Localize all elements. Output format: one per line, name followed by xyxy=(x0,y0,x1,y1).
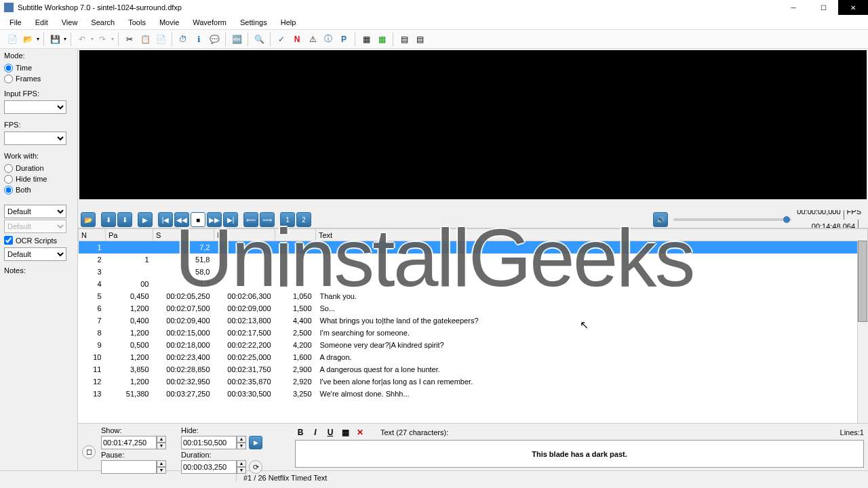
radio-time[interactable] xyxy=(4,64,13,73)
mark-out-button[interactable]: ⟹ xyxy=(260,212,275,227)
sync1-button[interactable]: 1 xyxy=(280,212,295,227)
pause-input[interactable] xyxy=(101,460,157,474)
new-icon[interactable]: 📄 xyxy=(5,33,19,46)
next-mark-button[interactable]: ⬇ xyxy=(117,212,132,227)
col-hide[interactable]: H xyxy=(214,229,275,241)
apply-dur-button[interactable]: ⟳ xyxy=(249,460,262,474)
table-row[interactable]: 1351,38000:03:27,25000:03:30,5003,250We'… xyxy=(79,388,868,400)
radio-duration[interactable] xyxy=(4,164,13,173)
p-icon[interactable]: P xyxy=(337,33,351,46)
table-row[interactable]: 121,20000:02:32,95000:02:35,8702,920I've… xyxy=(79,375,868,388)
timeline[interactable] xyxy=(79,201,867,210)
lock-show-button[interactable]: ◻ xyxy=(82,445,96,459)
table-row[interactable]: 358,0 xyxy=(79,266,868,278)
list1-icon[interactable]: ▤ xyxy=(397,33,411,46)
radio-frames[interactable] xyxy=(4,75,13,83)
subtitle-grid[interactable]: N Pa S H Text 17,22151,8358,040001,750,4… xyxy=(78,228,868,423)
paste-icon[interactable]: 📄 xyxy=(154,33,167,46)
menu-settings[interactable]: Settings xyxy=(233,16,274,28)
menu-waveform[interactable]: Waveform xyxy=(186,16,233,28)
show-input[interactable] xyxy=(101,436,157,449)
menu-file[interactable]: File xyxy=(3,16,28,28)
radio-hide[interactable] xyxy=(4,175,13,184)
menu-search[interactable]: Search xyxy=(84,16,121,28)
col-num[interactable]: N xyxy=(79,229,106,241)
menu-tools[interactable]: Tools xyxy=(121,16,153,28)
apply-hide-button[interactable]: ▶ xyxy=(249,436,262,449)
prev-mark-button[interactable]: ⬇ xyxy=(101,212,116,227)
list2-icon[interactable]: ▤ xyxy=(413,33,427,46)
duration-label: Duration: xyxy=(181,451,271,459)
undo-icon[interactable]: ↶ xyxy=(75,33,89,46)
menu-movie[interactable]: Movie xyxy=(153,16,186,28)
table-row[interactable]: 40001,7 xyxy=(79,278,868,290)
video-panel[interactable] xyxy=(79,50,867,199)
table-row[interactable]: 17,2 xyxy=(79,241,868,253)
default3-select[interactable]: Default xyxy=(4,247,66,261)
translate-icon[interactable]: 🔤 xyxy=(230,33,243,46)
subtitle-text-input[interactable]: This blade has a dark past. xyxy=(295,440,864,468)
col-pause[interactable]: Pa xyxy=(106,229,153,241)
table-row[interactable]: 101,20000:02:23,40000:02:25,0001,600A dr… xyxy=(79,351,868,363)
balloon-icon[interactable]: 💬 xyxy=(208,33,221,46)
info2-icon[interactable]: ⓘ xyxy=(321,33,335,46)
last-button[interactable]: ▶| xyxy=(223,212,238,227)
volume-button[interactable]: 🔊 xyxy=(653,212,668,227)
rewind-button[interactable]: ◀◀ xyxy=(174,212,189,227)
table-row[interactable]: 61,20000:02:07,50000:02:09,0001,500So... xyxy=(79,302,868,314)
hide-input[interactable] xyxy=(181,436,237,449)
input-fps-select[interactable] xyxy=(4,100,66,114)
sync2-button[interactable]: 2 xyxy=(296,212,311,227)
first-button[interactable]: |◀ xyxy=(158,212,173,227)
underline-button[interactable]: U xyxy=(325,427,336,438)
info-icon[interactable]: ℹ xyxy=(192,33,205,46)
col-dur[interactable] xyxy=(275,229,316,241)
color-button[interactable]: ▦ xyxy=(340,427,351,438)
menu-view[interactable]: View xyxy=(55,16,85,28)
default1-select[interactable]: Default xyxy=(4,205,66,218)
forward-button[interactable]: ▶ xyxy=(138,212,153,227)
open-icon[interactable]: 📂 xyxy=(21,33,35,46)
cut-icon[interactable]: ✂ xyxy=(123,33,136,46)
minimize-button[interactable]: ─ xyxy=(778,0,808,15)
col-text[interactable]: Text xyxy=(316,229,868,241)
table-row[interactable]: 50,45000:02:05,25000:02:06,3001,050Thank… xyxy=(79,290,868,302)
panel1-icon[interactable]: ▦ xyxy=(359,33,373,46)
table-row[interactable]: 70,40000:02:09,40000:02:13,8004,400What … xyxy=(79,314,868,327)
vertical-scrollbar[interactable] xyxy=(857,241,868,423)
panel2-icon[interactable]: ▦ xyxy=(375,33,389,46)
spellcheck-icon[interactable]: ✓ xyxy=(275,33,288,46)
remove-fmt-button[interactable]: ✕ xyxy=(355,427,366,438)
play-button[interactable]: ■ xyxy=(191,212,205,227)
redo-icon[interactable]: ↷ xyxy=(96,33,109,46)
menu-edit[interactable]: Edit xyxy=(28,16,55,28)
table-row[interactable]: 81,20000:02:15,00000:02:17,5002,500I'm s… xyxy=(79,327,868,339)
text-stats-label: Text (27 characters): xyxy=(380,428,448,436)
radio-both[interactable] xyxy=(4,186,13,195)
volume-slider[interactable] xyxy=(673,218,791,221)
open-movie-button[interactable]: 📂 xyxy=(81,212,96,227)
italic-button[interactable]: I xyxy=(310,427,321,438)
menu-help[interactable]: Help xyxy=(274,16,303,28)
table-row[interactable]: 90,50000:02:18,00000:02:22,2004,200Someo… xyxy=(79,339,868,351)
save-icon[interactable]: 💾 xyxy=(48,33,62,46)
fps-select[interactable] xyxy=(4,131,66,145)
mode-label: Mode: xyxy=(4,52,73,60)
table-row[interactable]: 113,85000:02:28,85000:02:31,7502,900A da… xyxy=(79,363,868,375)
warning-icon[interactable]: ⚠ xyxy=(306,33,319,46)
ocr-checkbox[interactable] xyxy=(4,236,13,245)
time-icon[interactable]: ⏱ xyxy=(176,33,190,46)
maximize-button[interactable]: ☐ xyxy=(808,0,838,15)
mark-in-button[interactable]: ⟸ xyxy=(243,212,258,227)
table-row[interactable]: 2151,8 xyxy=(79,253,868,266)
titlebar: Subtitle Workshop 7.0 - sintel-1024-surr… xyxy=(0,0,868,15)
ff-button[interactable]: ▶▶ xyxy=(207,212,222,227)
close-button[interactable]: ✕ xyxy=(838,0,868,15)
search-icon[interactable]: 🔍 xyxy=(252,33,266,46)
netflix-icon[interactable]: N xyxy=(290,33,304,46)
bold-button[interactable]: B xyxy=(295,427,306,438)
duration-input[interactable] xyxy=(181,460,237,474)
col-show[interactable]: S xyxy=(153,229,214,241)
copy-icon[interactable]: 📋 xyxy=(138,33,152,46)
work-with-label: Work with: xyxy=(4,152,73,160)
